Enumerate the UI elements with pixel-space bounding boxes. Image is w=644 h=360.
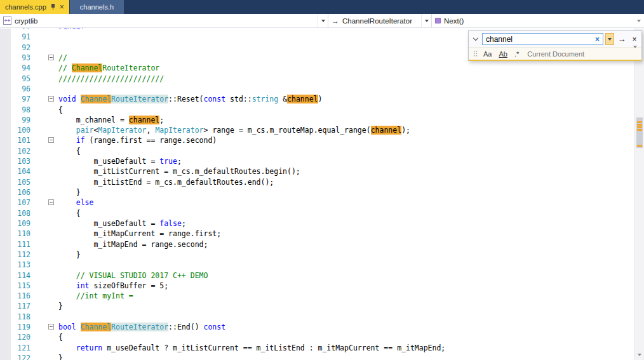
code-line[interactable]: 99 m_channel = channel; — [0, 115, 634, 125]
search-history-dropdown[interactable] — [605, 33, 614, 45]
code-line[interactable]: 122} — [0, 353, 634, 360]
code-line[interactable]: 118 — [0, 312, 634, 322]
code-text: int sizeOfBuffer = 5; — [58, 281, 168, 291]
fold-column[interactable]: − — [30, 135, 58, 145]
code-text: { — [58, 208, 81, 218]
tab-label: channels.h — [80, 3, 114, 11]
dropdown-button[interactable] — [421, 14, 431, 27]
fold-marker-icon[interactable]: − — [48, 324, 54, 330]
fold-column[interactable]: − — [30, 322, 58, 332]
code-line[interactable]: 114 // VISUAL STUDIO 2017 C++ DEMO — [0, 270, 634, 281]
line-number: 94 — [0, 63, 30, 73]
code-line[interactable]: 119−bool ChannelRouteIterator::End() con… — [0, 322, 634, 332]
code-line[interactable]: 98{ — [0, 105, 634, 115]
tab-channels-cpp[interactable]: channels.cpp × — [0, 0, 69, 14]
code-line[interactable]: 94// ChannelRouteIterator — [0, 63, 634, 73]
clear-search-icon[interactable]: × — [594, 36, 601, 43]
line-number: 120 — [0, 332, 30, 342]
code-line[interactable]: 101− if (range.first == range.second) — [0, 135, 634, 145]
code-line[interactable]: 107− else — [0, 197, 634, 208]
code-line[interactable]: 115 int sizeOfBuffer = 5; — [0, 281, 634, 291]
project-dropdown[interactable]: ++ cryptlib — [0, 14, 328, 27]
dropdown-button[interactable] — [318, 14, 328, 27]
code-line[interactable]: 103 m_useDefault = true; — [0, 156, 634, 166]
scope-dropdown-button[interactable] — [633, 48, 637, 60]
fold-column[interactable]: − — [30, 197, 58, 208]
find-next-button[interactable]: → — [616, 34, 627, 44]
line-number: 103 — [0, 156, 30, 166]
code-line[interactable]: 97−void ChannelRouteIterator::Reset(cons… — [0, 94, 634, 104]
code-text: { — [58, 146, 81, 156]
search-scope-label[interactable]: Current Document — [527, 50, 584, 58]
code-line[interactable]: 121 return m_useDefault ? m_itListCurren… — [0, 343, 634, 353]
code-text: { — [58, 105, 63, 115]
find-input[interactable]: channel × — [482, 33, 603, 45]
navigation-bar: ++ cryptlib → ChannelRouteIterator Next(… — [0, 14, 644, 28]
scroll-down-icon[interactable] — [635, 350, 644, 359]
pin-icon[interactable] — [50, 3, 56, 11]
editor-scrollbar[interactable] — [634, 29, 644, 360]
line-number: 95 — [0, 74, 30, 84]
fold-column — [30, 63, 58, 73]
fold-column[interactable]: − — [30, 94, 58, 104]
code-line[interactable]: 100 pair<MapIterator, MapIterator> range… — [0, 125, 634, 135]
line-number: 106 — [0, 187, 30, 197]
fold-marker-icon[interactable]: − — [48, 199, 54, 205]
line-number: 108 — [0, 208, 30, 218]
fold-column — [30, 84, 58, 94]
tab-label: channels.cpp — [5, 3, 46, 11]
code-text: void ChannelRouteIterator::Reset(const s… — [58, 94, 322, 104]
code-text: } — [58, 187, 81, 197]
vs-editor-window: channels.cpp × channels.h ++ cryptlib → … — [0, 0, 644, 360]
code-line[interactable]: 102 { — [0, 146, 634, 156]
code-line[interactable]: 116 //int myInt = — [0, 291, 634, 301]
member-name: Next() — [444, 17, 464, 25]
line-number: 99 — [0, 115, 30, 125]
drag-handle-icon[interactable] — [473, 50, 478, 57]
fold-column — [30, 312, 58, 322]
code-editor[interactable]: 90#endif919293−//94// ChannelRouteIterat… — [0, 29, 644, 360]
code-text: // ChannelRouteIterator — [58, 63, 159, 73]
line-number: 121 — [0, 343, 30, 353]
code-line[interactable]: 96 — [0, 84, 634, 94]
code-text: #endif — [58, 29, 85, 32]
code-line[interactable]: 104 m_itListCurrent = m_cs.m_defaultRout… — [0, 166, 634, 177]
expand-replace-button[interactable] — [471, 33, 480, 45]
fold-marker-icon[interactable]: − — [48, 55, 54, 60]
fold-column — [30, 43, 58, 53]
fold-column — [30, 229, 58, 239]
method-icon — [435, 18, 441, 23]
code-line[interactable]: 117} — [0, 301, 634, 311]
type-dropdown[interactable]: → ChannelRouteIterator — [328, 14, 432, 27]
whole-word-button[interactable]: Ab — [497, 50, 508, 58]
code-line[interactable]: 109 m_useDefault = false; — [0, 218, 634, 229]
code-line[interactable]: 113 — [0, 260, 634, 270]
search-result-mark — [637, 145, 642, 147]
line-number: 102 — [0, 146, 30, 156]
fold-column — [30, 177, 58, 187]
member-dropdown[interactable]: Next() — [432, 14, 644, 27]
code-line[interactable]: 105 m_itListEnd = m_cs.m_defaultRoutes.e… — [0, 177, 634, 187]
tab-channels-h[interactable]: channels.h — [70, 0, 124, 14]
fold-column — [30, 105, 58, 115]
fold-column — [30, 156, 58, 166]
code-line[interactable]: 95//////////////////////// — [0, 74, 634, 84]
close-icon[interactable]: × — [60, 3, 64, 11]
find-query-text[interactable]: channel — [486, 35, 594, 44]
project-name: cryptlib — [15, 17, 37, 25]
code-line[interactable]: 106 } — [0, 187, 634, 197]
dropdown-button[interactable] — [634, 14, 644, 27]
code-line[interactable]: 120{ — [0, 332, 634, 342]
match-case-button[interactable]: Aa — [482, 50, 493, 58]
fold-marker-icon[interactable]: − — [48, 137, 54, 143]
code-line[interactable]: 110 m_itMapCurrent = range.first; — [0, 229, 634, 239]
code-line[interactable]: 108 { — [0, 208, 634, 218]
fold-marker-icon[interactable]: − — [48, 96, 54, 102]
regex-button[interactable]: .* — [513, 50, 520, 58]
code-line[interactable]: 112 } — [0, 250, 634, 260]
close-find-button[interactable]: × — [629, 35, 640, 44]
fold-column[interactable]: − — [30, 53, 58, 63]
line-number: 113 — [0, 260, 30, 270]
type-name: ChannelRouteIterator — [342, 17, 412, 25]
code-line[interactable]: 111 m_itMapEnd = range.second; — [0, 239, 634, 250]
